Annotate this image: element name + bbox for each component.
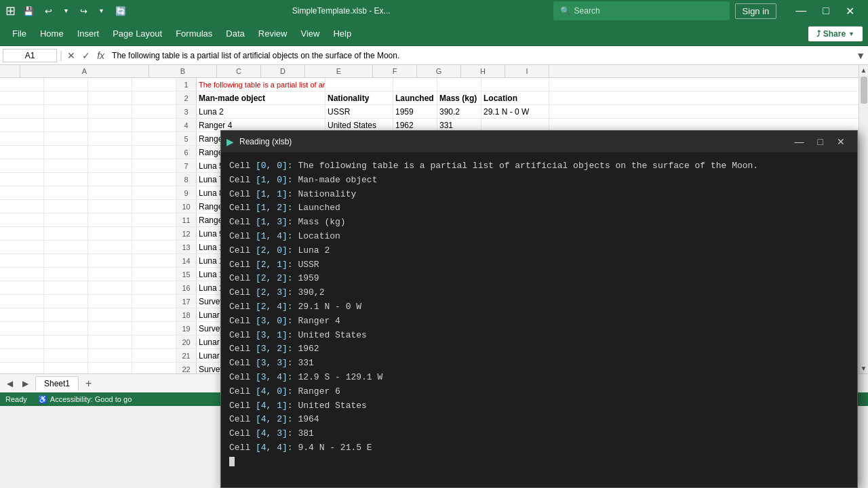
cell-i[interactable] <box>132 132 176 145</box>
cell-g[interactable] <box>44 349 88 362</box>
cell-i[interactable] <box>132 200 176 213</box>
cell-g[interactable] <box>44 173 88 186</box>
cell-b[interactable] <box>326 78 393 91</box>
menu-file[interactable]: File <box>5 24 33 43</box>
cell-h[interactable] <box>88 295 132 308</box>
cell-h[interactable] <box>88 186 132 199</box>
confirm-formula-button[interactable]: ✓ <box>80 50 92 61</box>
fx-button[interactable]: fx <box>95 50 106 61</box>
cell-f[interactable] <box>0 349 44 362</box>
cell-d[interactable]: 390.2 <box>437 105 481 118</box>
cell-f[interactable] <box>0 119 44 131</box>
cancel-formula-button[interactable]: ✕ <box>65 50 77 61</box>
cell-i[interactable] <box>132 268 176 281</box>
cell-g[interactable] <box>44 92 88 104</box>
cell-i[interactable] <box>132 336 176 348</box>
autosave-button[interactable]: 🔄 <box>112 5 130 18</box>
col-header-h[interactable]: H <box>461 65 505 77</box>
cell-f[interactable] <box>0 322 44 335</box>
cell-h[interactable] <box>88 336 132 348</box>
cell-h[interactable] <box>88 146 132 159</box>
cell-h[interactable] <box>88 214 132 226</box>
scroll-thumb[interactable] <box>861 77 867 104</box>
cell-e[interactable]: Location <box>481 92 549 104</box>
cell-c[interactable]: Launched <box>393 92 437 104</box>
terminal-maximize-button[interactable]: □ <box>811 131 830 152</box>
menu-formulas[interactable]: Formulas <box>169 24 219 43</box>
cell-c[interactable]: 1959 <box>393 105 437 118</box>
col-header-f[interactable]: F <box>373 65 417 77</box>
menu-view[interactable]: View <box>294 24 326 43</box>
cell-i[interactable] <box>132 214 176 226</box>
cell-g[interactable] <box>44 132 88 145</box>
cell-f[interactable] <box>0 159 44 172</box>
sheet-tab-1[interactable]: Sheet1 <box>35 376 79 390</box>
cell-f[interactable] <box>0 295 44 308</box>
cell-f[interactable] <box>0 281 44 294</box>
cell-f[interactable] <box>0 146 44 159</box>
cell-f[interactable] <box>0 132 44 145</box>
search-input[interactable] <box>574 6 696 16</box>
minimize-button[interactable]: — <box>787 0 814 22</box>
cell-g[interactable] <box>44 241 88 253</box>
col-header-g[interactable]: G <box>417 65 461 77</box>
cell-g[interactable] <box>44 186 88 199</box>
cell-g[interactable] <box>44 336 88 348</box>
cell-g[interactable] <box>44 268 88 281</box>
cell-g[interactable] <box>44 159 88 172</box>
cell-i[interactable] <box>132 295 176 308</box>
cell-h[interactable] <box>88 322 132 335</box>
cell-i[interactable] <box>132 173 176 186</box>
cell-h[interactable] <box>88 105 132 118</box>
cell-i[interactable] <box>132 119 176 131</box>
cell-h[interactable] <box>88 363 132 373</box>
cell-h[interactable] <box>88 78 132 91</box>
cell-g[interactable] <box>44 308 88 321</box>
cell-h[interactable] <box>88 308 132 321</box>
redo-button[interactable]: ↪ <box>77 5 91 18</box>
cell-i[interactable] <box>132 146 176 159</box>
cell-g[interactable] <box>44 363 88 373</box>
cell-a[interactable]: Man-made object <box>197 92 326 104</box>
cell-h[interactable] <box>88 268 132 281</box>
cell-f[interactable] <box>0 78 44 91</box>
add-sheet-button[interactable]: + <box>81 378 96 390</box>
cell-i[interactable] <box>132 159 176 172</box>
cell-h[interactable] <box>88 132 132 145</box>
cell-i[interactable] <box>132 349 176 362</box>
cell-f[interactable] <box>0 336 44 348</box>
cell-f[interactable] <box>0 363 44 373</box>
cell-a[interactable]: Luna 2 <box>197 105 326 118</box>
cell-g[interactable] <box>44 214 88 226</box>
col-header-e[interactable]: E <box>305 65 373 77</box>
cell-h[interactable] <box>88 241 132 253</box>
cell-g[interactable] <box>44 105 88 118</box>
cell-e[interactable]: 29.1 N - 0 W <box>481 105 549 118</box>
cell-g[interactable] <box>44 78 88 91</box>
cell-c[interactable] <box>393 78 437 91</box>
expand-formula-button[interactable]: ▼ <box>856 50 865 61</box>
cell-b[interactable]: Nationality <box>326 92 393 104</box>
cell-d[interactable]: Mass (kg) <box>437 92 481 104</box>
terminal-close-button[interactable]: ✕ <box>830 131 852 152</box>
cell-g[interactable] <box>44 322 88 335</box>
cell-i[interactable] <box>132 254 176 267</box>
cell-h[interactable] <box>88 281 132 294</box>
redo-dropdown[interactable]: ▼ <box>95 6 108 16</box>
cell-g[interactable] <box>44 146 88 159</box>
col-header-b[interactable]: B <box>149 65 217 77</box>
table-row[interactable]: 3Luna 2USSR1959390.229.1 N - 0 W <box>0 105 868 119</box>
cell-i[interactable] <box>132 186 176 199</box>
cell-i[interactable] <box>132 105 176 118</box>
cell-h[interactable] <box>88 173 132 186</box>
cell-h[interactable] <box>88 227 132 240</box>
maximize-button[interactable]: □ <box>814 0 837 22</box>
cell-i[interactable] <box>132 322 176 335</box>
cell-i[interactable] <box>132 363 176 373</box>
cell-g[interactable] <box>44 119 88 131</box>
share-button[interactable]: ⤴ Share ▼ <box>808 26 863 41</box>
col-header-a[interactable]: A <box>20 65 149 77</box>
cell-h[interactable] <box>88 159 132 172</box>
menu-page-layout[interactable]: Page Layout <box>106 24 169 43</box>
cell-g[interactable] <box>44 281 88 294</box>
